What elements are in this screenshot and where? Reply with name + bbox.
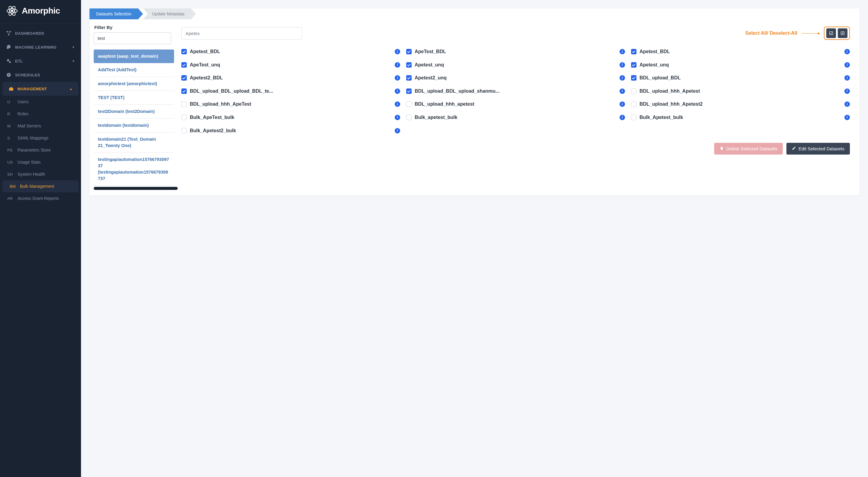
brand: Amorphic [0,0,81,23]
info-icon[interactable]: i [620,89,625,94]
sub-label: Users [18,99,29,104]
brand-logo-icon [6,5,18,17]
info-icon[interactable]: i [620,75,625,80]
dataset-item: Apetest_unqi [631,62,850,68]
dataset-checkbox[interactable] [631,101,637,107]
domain-item[interactable]: testingapiautomation1576679309737 (testi… [94,153,174,186]
nav-etl[interactable]: ETL ▼ [0,54,81,68]
card: Datasets Selection Update Metadata Filte… [89,8,860,195]
dataset-label: BDL_upload_hhh_Apetest [640,88,841,95]
dataset-checkbox[interactable] [406,101,412,107]
sub-roles[interactable]: RRoles [0,108,81,120]
info-icon[interactable]: i [395,128,400,133]
dataset-search-input[interactable] [181,27,302,39]
briefcase-icon [8,86,18,92]
sub-users[interactable]: UUsers [0,96,81,108]
gears-icon [6,58,15,64]
tab-update-metadata[interactable]: Update Metadata [143,8,191,19]
dataset-label: BDL_upload_hhh_Apetest2 [640,101,841,107]
dataset-item: ApeTest_BDLi [406,48,625,55]
dataset-checkbox[interactable] [631,75,637,80]
info-icon[interactable]: i [395,49,400,54]
info-icon[interactable]: i [844,75,850,80]
info-icon[interactable]: i [620,115,625,120]
dataset-checkbox[interactable] [406,75,412,80]
dataset-label: Bulk_Apetest_bulk [640,114,841,121]
info-icon[interactable]: i [620,62,625,68]
dataset-label: Bulk_ApeTest_bulk [190,114,392,121]
svg-point-8 [9,61,11,63]
network-icon [6,31,15,36]
domain-item[interactable]: aaaptest (aaap_test_domain) [94,49,174,63]
filter-label: Filter By [94,25,174,30]
domain-item[interactable]: AddTest (AddTest) [94,63,174,77]
info-icon[interactable]: i [844,62,850,68]
dataset-checkbox[interactable] [181,75,187,80]
select-buttons-group [824,27,850,40]
sub-bulk-management[interactable]: BMBulk Management [2,180,79,192]
deselect-all-button[interactable] [838,28,847,38]
sub-nav: UUsers RRoles MMail Servers SSAML Mappin… [0,96,81,204]
dataset-checkbox[interactable] [406,115,412,120]
domain-item[interactable]: testdomain21 (Test_Domain 21_Twenty One) [94,133,174,153]
info-icon[interactable]: i [395,89,400,94]
domain-item[interactable]: amorphictest (amorphictest) [94,77,174,91]
dataset-checkbox[interactable] [406,62,412,68]
domain-item[interactable]: TEST (TEST) [94,91,174,105]
dataset-checkbox[interactable] [181,101,187,107]
nav-dashboards[interactable]: DASHBOARDS [0,26,81,40]
nav-management[interactable]: MANAGEMENT ▲ [2,82,79,96]
main-nav: DASHBOARDS MACHINE LEARNING ▼ ETL ▼ SCHE… [0,23,81,96]
sub-saml-mappings[interactable]: SSAML Mappings [0,132,81,144]
trash-icon [720,146,724,151]
dataset-checkbox[interactable] [181,49,187,54]
dataset-item: BDL_upload_hhh_Apetesti [631,88,850,95]
sub-label: System Health [18,172,45,177]
dataset-checkbox[interactable] [181,62,187,68]
dataset-item: BDL_upload_hhh_apetesti [406,101,625,107]
info-icon[interactable]: i [844,115,850,120]
filter-input[interactable] [94,32,171,44]
dataset-checkbox[interactable] [631,49,637,54]
dataset-checkbox[interactable] [406,49,412,54]
nav-schedules[interactable]: SCHEDULES [0,68,81,82]
domain-item[interactable]: test2Domain (test2Domain) [94,105,174,118]
info-icon[interactable]: i [844,49,850,54]
domain-item[interactable]: testdomain (testdomain) [94,118,174,133]
dataset-label: BDL_upload_hhh_ApeTest [190,101,392,107]
delete-selected-button[interactable]: Delete Selected Datasets [714,143,783,155]
dataset-toolbar: Select All/ Deselect-All [181,27,850,40]
sub-access-grant-reports[interactable]: ARAccess Grant Reports [0,192,81,204]
dataset-checkbox[interactable] [406,89,412,94]
dataset-checkbox[interactable] [181,115,187,120]
nav-machine-learning[interactable]: MACHINE LEARNING ▼ [0,40,81,54]
info-icon[interactable]: i [620,49,625,54]
info-icon[interactable]: i [395,62,400,68]
info-icon[interactable]: i [620,101,625,107]
tab-datasets-selection[interactable]: Datasets Selection [89,8,138,19]
dataset-checkbox[interactable] [181,128,187,133]
edit-selected-button[interactable]: Edit Selected Datasets [786,143,850,155]
clock-icon [6,72,15,77]
scrollbar-thumb[interactable] [94,187,178,190]
info-icon[interactable]: i [395,75,400,80]
sub-label: Bulk Management [20,184,54,189]
sub-mail-servers[interactable]: MMail Servers [0,120,81,132]
info-icon[interactable]: i [844,89,850,94]
sub-usage-stats[interactable]: USUsage Stats [0,156,81,168]
dataset-item: Bulk_Apetest2_bulki [181,127,400,134]
select-all-button[interactable] [826,28,836,38]
dataset-checkbox[interactable] [631,89,637,94]
info-icon[interactable]: i [395,101,400,107]
dataset-checkbox[interactable] [631,62,637,68]
sub-parameters-store[interactable]: PSParameters Store [0,144,81,156]
dataset-item: Apetest2_BDLi [181,75,400,81]
dataset-checkbox[interactable] [631,115,637,120]
info-icon[interactable]: i [395,115,400,120]
dataset-checkbox[interactable] [181,89,187,94]
info-icon[interactable]: i [844,101,850,107]
nav-label: MACHINE LEARNING [15,45,57,49]
dataset-label: BDL_upload_BDL [640,75,841,81]
dataset-item: Apetest2_unqi [406,75,625,81]
sub-system-health[interactable]: SHSystem Health [0,168,81,180]
